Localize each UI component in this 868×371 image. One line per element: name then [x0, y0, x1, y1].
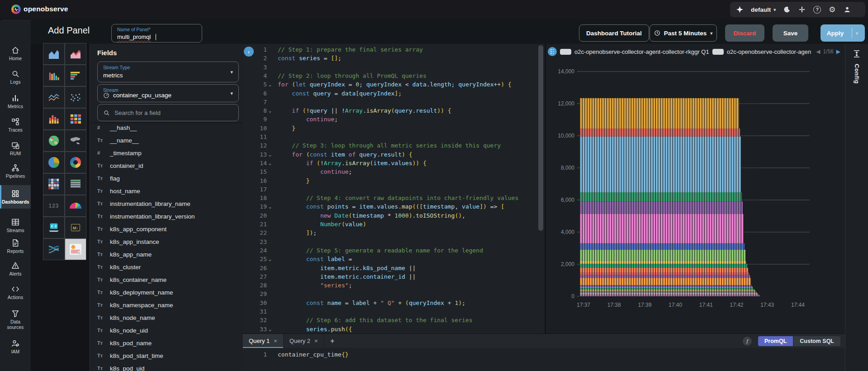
- field-item-k8s_pod_uid[interactable]: Tᴛ k8s_pod_uid: [90, 362, 243, 371]
- mode-button-promql[interactable]: PromQL: [758, 336, 793, 346]
- collapse-fields-button[interactable]: ‹: [244, 47, 254, 57]
- sidebar-item-streams[interactable]: Streams: [0, 215, 31, 236]
- field-item-k8s_pod_start_time[interactable]: Tᴛ k8s_pod_start_time: [90, 349, 243, 362]
- chart-type-geomap[interactable]: [43, 130, 65, 152]
- chart-type-bar-stacked[interactable]: [43, 108, 65, 130]
- nodes-icon: [11, 117, 20, 126]
- config-tab-label[interactable]: Config: [854, 64, 860, 84]
- sidebar-item-logs[interactable]: Logs: [0, 67, 31, 87]
- chart-type-pie[interactable]: [43, 152, 65, 173]
- legend-prev-icon[interactable]: ◀: [816, 48, 820, 55]
- sidebar-item-data-sources[interactable]: Data sources: [0, 305, 31, 333]
- discard-button[interactable]: Discard: [725, 24, 764, 42]
- fold-chevron-icon[interactable]: ⌄: [269, 80, 275, 89]
- stream-type-select[interactable]: Stream Type metrics ▾: [97, 62, 239, 82]
- time-range-button[interactable]: Past 5 Minutes ▾: [650, 24, 717, 42]
- chart-type-donut[interactable]: [65, 152, 86, 173]
- promql-query-editor[interactable]: 1 container_cpu_time{}: [243, 348, 845, 371]
- field-item-k8s_app_instance[interactable]: Tᴛ k8s_app_instance: [90, 235, 243, 248]
- chart-type-metric-text[interactable]: 123: [43, 195, 65, 217]
- field-item-flag[interactable]: Tᴛ flag: [90, 172, 243, 185]
- code-line-33: 33⌄ series.push({: [243, 325, 545, 333]
- stream-select[interactable]: Stream container_cpu_usage ▾: [97, 84, 239, 102]
- save-button[interactable]: Save: [773, 24, 808, 42]
- code-line-15: 15 continue;: [243, 167, 545, 176]
- javascript-code-editor[interactable]: 1// Step 1: prepare the final series arr…: [243, 44, 545, 333]
- apply-dropdown-icon[interactable]: ▾: [856, 31, 858, 36]
- chart-type-sankey[interactable]: [43, 238, 65, 260]
- sidebar-item-actions[interactable]: Actions: [0, 282, 31, 303]
- dashboard-tutorial-button[interactable]: Dashboard Tutorial: [579, 24, 649, 42]
- chart-type-line[interactable]: [43, 86, 65, 108]
- sidebar-item-rum[interactable]: RUM: [0, 138, 31, 159]
- config-expand-icon[interactable]: [852, 49, 861, 58]
- field-search-input[interactable]: Search for a field: [97, 104, 239, 121]
- tab-query-2[interactable]: Query 2 ×: [284, 334, 324, 348]
- field-item-container_id[interactable]: Tᴛ container_id: [90, 159, 243, 172]
- chart-type-table[interactable]: [65, 173, 86, 195]
- sidebar-item-iam[interactable]: IAM: [0, 336, 31, 357]
- chart-type-maps[interactable]: [65, 130, 86, 152]
- chart-type-heatmap[interactable]: [43, 173, 65, 195]
- legend-next-icon[interactable]: ▶: [836, 48, 840, 55]
- chart-type-bar-vertical[interactable]: [43, 65, 65, 86]
- chart-type-markdown[interactable]: M↓: [65, 217, 86, 238]
- fold-chevron-icon[interactable]: ⌄: [269, 255, 275, 263]
- slack-icon[interactable]: [798, 6, 806, 13]
- chart-type-custom-chart-selected[interactable]: [65, 238, 86, 260]
- field-item-k8s_container_name[interactable]: Tᴛ k8s_container_name: [90, 273, 243, 286]
- legend-item[interactable]: o2c-openobserve-collector-agen: [712, 48, 811, 55]
- field-item-host_name[interactable]: Tᴛ host_name: [90, 185, 243, 197]
- tab-query-1[interactable]: Query 1 ×: [243, 334, 284, 348]
- mode-button-custom-sql[interactable]: Custom SQL: [793, 336, 840, 346]
- legend-drag-handle-icon[interactable]: [548, 47, 557, 56]
- field-item-__hash__[interactable]: # __hash__: [90, 121, 243, 134]
- function-toggle-icon[interactable]: ƒ: [743, 337, 752, 346]
- sidebar-item-reports[interactable]: Reports: [0, 236, 31, 257]
- fold-chevron-icon[interactable]: ⌄: [269, 159, 275, 167]
- field-item-k8s_pod_name[interactable]: Tᴛ k8s_pod_name: [90, 337, 243, 349]
- sidebar-item-traces[interactable]: Traces: [0, 114, 31, 135]
- field-item-k8s_deployment_name[interactable]: Tᴛ k8s_deployment_name: [90, 286, 243, 299]
- fold-chevron-icon[interactable]: ⌄: [269, 106, 275, 115]
- sidebar-item-dashboards[interactable]: Dashboards: [0, 185, 31, 209]
- field-item-__name__[interactable]: Tᴛ __name__: [90, 134, 243, 147]
- apply-button[interactable]: Apply ▾: [821, 24, 865, 42]
- theme-moon-icon[interactable]: [783, 6, 791, 13]
- sidebar-item-metrics[interactable]: Metrics: [0, 91, 31, 112]
- field-item-_timestamp[interactable]: # _timestamp: [90, 147, 243, 159]
- field-item-k8s_app_name[interactable]: Tᴛ k8s_app_name: [90, 248, 243, 261]
- close-icon[interactable]: ×: [274, 338, 277, 344]
- fold-chevron-icon[interactable]: ⌄: [269, 325, 275, 333]
- field-item-k8s_node_uid[interactable]: Tᴛ k8s_node_uid: [90, 324, 243, 337]
- panel-name-field[interactable]: Name of Panel* multi_promql: [111, 24, 202, 43]
- org-selector[interactable]: default ▾: [751, 6, 776, 13]
- editor-scrollbar[interactable]: [538, 45, 543, 231]
- chart-type-area-stacked[interactable]: [65, 43, 86, 65]
- field-item-k8s_cluster[interactable]: Tᴛ k8s_cluster: [90, 261, 243, 273]
- fold-chevron-icon[interactable]: ⌄: [269, 202, 275, 211]
- close-icon[interactable]: ×: [314, 338, 318, 344]
- chart-type-scatter[interactable]: [65, 86, 86, 108]
- field-item-k8s_namespace_name[interactable]: Tᴛ k8s_namespace_name: [90, 299, 243, 311]
- field-item-k8s_node_name[interactable]: Tᴛ k8s_node_name: [90, 311, 243, 324]
- ai-sparkle-icon[interactable]: [736, 6, 743, 13]
- chart-type-area[interactable]: [43, 43, 65, 65]
- help-icon[interactable]: ?: [813, 6, 821, 14]
- chart-type-gauge[interactable]: [65, 195, 86, 217]
- sidebar-item-alerts[interactable]: Alerts: [0, 258, 31, 279]
- field-item-instrumentation_library_version[interactable]: Tᴛ instrumentation_library_version: [90, 210, 243, 223]
- sidebar-item-home[interactable]: Home: [0, 43, 31, 64]
- chart-type-stacked-squares[interactable]: [65, 108, 86, 130]
- sidebar-item-pipelines[interactable]: Pipelines: [0, 161, 31, 181]
- chart-type-html[interactable]: [43, 217, 65, 238]
- legend-item[interactable]: o2c-openobserve-collector-agent-collecto…: [560, 48, 709, 55]
- profile-icon[interactable]: [844, 6, 851, 13]
- field-item-instrumentation_library_name[interactable]: Tᴛ instrumentation_library_name: [90, 197, 243, 210]
- field-item-k8s_app_component[interactable]: Tᴛ k8s_app_component: [90, 223, 243, 235]
- fold-chevron-icon[interactable]: ⌄: [269, 150, 275, 159]
- chart-type-bar-horizontal[interactable]: [65, 65, 86, 86]
- settings-gear-icon[interactable]: ⚙: [829, 6, 835, 14]
- field-name: k8s_container_name: [110, 276, 166, 283]
- add-query-tab-button[interactable]: +: [324, 334, 341, 348]
